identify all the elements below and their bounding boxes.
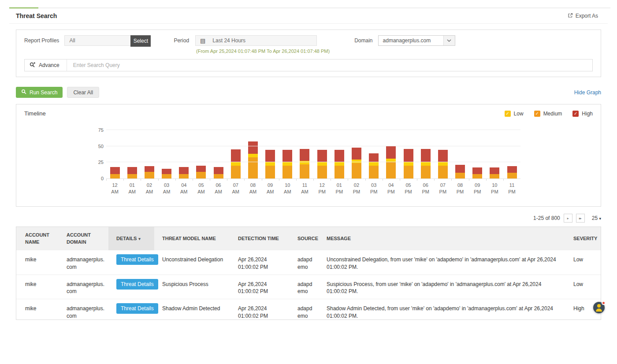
bar-segment-high [472,167,482,174]
last-page-button[interactable]: ▸▸ [576,214,585,223]
column-header-details[interactable]: DETAILS▾ [108,227,154,250]
page-header: Threat Search Export As [0,8,617,23]
x-tick-label: 12PM [313,179,331,196]
chart-bar-02pm [348,130,365,178]
page-title: Threat Search [16,12,57,19]
x-tick-label: 04AM [175,179,193,196]
detection-time-cell: Apr 26,2024 01:00:02 PM [230,250,290,275]
column-header-account-name[interactable]: ACCOUNT NAME [16,227,59,250]
x-tick-hour: 10 [279,182,296,189]
x-tick-meridiem: AM [227,189,244,195]
stacked-bar [369,130,379,178]
bar-segment-medium [145,172,154,178]
report-profiles-field[interactable]: All Select [64,35,151,46]
stacked-bar [127,130,137,178]
x-tick-label: 01AM [123,179,141,196]
x-tick-label: 11AM [296,179,313,196]
legend-item-medium[interactable]: ✓Medium [534,111,562,117]
x-tick-label: 09PM [469,179,486,196]
legend-checkbox-high[interactable]: ✓ [572,111,579,117]
x-tick-meridiem: PM [383,189,400,195]
y-tick-label: 50 [93,144,104,149]
x-tick-meridiem: PM [331,189,348,195]
account-domain-cell: admanagerplus.com [59,275,108,299]
chart-bar-10am [279,130,296,178]
bar-segment-low [386,159,396,162]
legend-item-high[interactable]: ✓High [572,111,593,117]
x-tick-hour: 02 [348,182,365,189]
period-range-text: (From Apr 25,2024 01:07:48 PM To Apr 26,… [195,48,330,54]
legend-label: Medium [543,111,562,117]
period-field[interactable]: ▤ Last 24 Hours [195,35,317,46]
column-header-account-domain[interactable]: ACCOUNT DOMAIN [59,227,108,250]
chart-bar-05pm [400,130,417,178]
bar-segment-medium [335,166,344,178]
x-tick-meridiem: AM [262,189,279,195]
chart-bar-06am [210,130,227,178]
y-tick-label: 0 [93,176,104,181]
account-name-cell: mike [16,250,59,275]
x-tick-meridiem: PM [417,189,434,195]
x-tick-hour: 03 [158,182,175,189]
bar-segment-high [265,150,275,162]
detection-time-cell: Apr 26,2024 01:00:02 PM [230,299,290,320]
column-header-threat-model-name[interactable]: THREAT MODEL NAME [154,227,230,250]
bar-segment-high [455,165,465,173]
page-size-select[interactable]: 25 ▾ [592,215,601,221]
assistant-bubble-button[interactable] [593,302,605,313]
chart-bar-09pm [469,130,486,178]
column-header-severity[interactable]: SEVERITY [565,227,601,250]
legend-checkbox-low[interactable]: ✓ [505,111,511,117]
bar-segment-medium [248,157,258,178]
column-header-source[interactable]: SOURCE [290,227,319,250]
source-cell: adapdemo [290,299,319,320]
bar-segment-medium [162,174,171,178]
threat-model-cell: Unconstrained Delegation [154,250,230,275]
chart-bar-07pm [434,130,451,178]
y-tick-label: 75 [93,128,104,133]
run-search-button[interactable]: Run Search [16,87,63,98]
domain-select[interactable]: admanagerplus.com [378,35,455,46]
bar-segment-low [352,160,361,163]
clear-all-button[interactable]: Clear All [67,87,99,98]
threat-model-cell: Suspicious Process [154,275,230,299]
x-tick-hour: 05 [193,182,210,189]
x-tick-meridiem: PM [451,189,468,195]
next-page-button[interactable]: ▸ [564,214,572,223]
x-tick-meridiem: AM [210,189,227,195]
legend-label: Low [514,111,524,117]
legend-checkbox-medium[interactable]: ✓ [534,111,540,117]
bar-segment-low [369,162,379,165]
select-button[interactable]: Select [130,35,151,47]
table-row: mikeadmanagerplus.comThreat DetailsShado… [16,299,601,320]
column-header-detection-time[interactable]: DETECTION TIME [230,227,290,250]
x-tick-meridiem: PM [486,189,503,195]
stacked-bar [472,130,482,178]
domain-label: Domain [354,35,372,46]
chart-bar-01pm [331,130,348,178]
stacked-bar [507,130,517,178]
bar-segment-medium [404,166,413,178]
bar-segment-medium [179,174,189,178]
pagination-range: 1-25 of 800 [533,215,560,221]
table-body: mikeadmanagerplus.comThreat DetailsUncon… [16,250,601,320]
caret-down-icon: ▾ [138,237,141,241]
table-row: mikeadmanagerplus.comThreat DetailsUncon… [16,250,601,275]
period-label: Period [174,35,189,54]
column-header-message[interactable]: MESSAGE [319,227,565,250]
bar-segment-low [421,162,431,165]
chart-bar-05am [193,130,210,178]
legend-item-low[interactable]: ✓Low [505,111,524,117]
threat-details-button[interactable]: Threat Details [116,254,158,265]
header-divider [9,23,608,24]
threat-details-button[interactable]: Threat Details [116,279,158,290]
chart-bar-12am [106,130,123,178]
hide-graph-link[interactable]: Hide Graph [574,89,601,96]
x-tick-hour: 08 [244,182,261,189]
export-as-button[interactable]: Export As [568,13,598,19]
advance-search-button[interactable]: Advance [25,59,67,71]
bar-segment-low [404,162,413,165]
threat-details-button[interactable]: Threat Details [116,303,158,314]
search-query-input[interactable] [67,62,592,68]
x-tick-meridiem: PM [365,189,383,195]
